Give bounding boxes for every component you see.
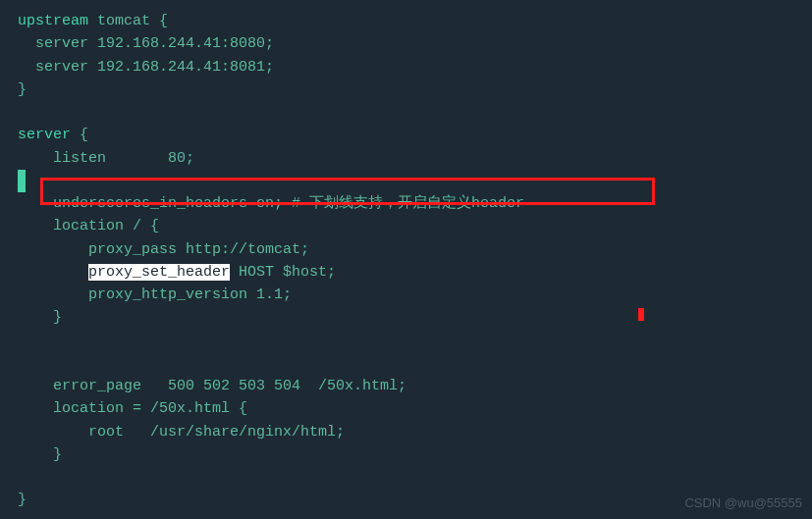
code-text: root /usr/share/nginx/html; [18, 424, 345, 441]
code-text: } [18, 446, 62, 463]
code-text: { [71, 127, 88, 143]
code-line[interactable]: server { [0, 124, 812, 146]
code-line[interactable]: underscores_in_headers on; # 下划线支持，开启自定义… [0, 192, 812, 215]
code-line[interactable]: } [0, 78, 812, 101]
cursor-block [18, 170, 26, 192]
code-line[interactable] [0, 170, 812, 192]
code-text: proxy_http_version 1.1; [18, 286, 292, 303]
code-text: server 192.168.244.41:8081; [18, 59, 274, 76]
comment-text: # 下划线支持，开启自定义header [283, 195, 524, 212]
code-line[interactable] [0, 330, 812, 352]
code-text: } [18, 81, 27, 98]
code-line[interactable]: listen 80; [0, 147, 812, 170]
code-text: } [18, 309, 62, 326]
code-line[interactable]: proxy_pass http://tomcat; [0, 238, 812, 261]
code-text: location / { [18, 218, 159, 234]
code-line[interactable]: location = /50x.html { [0, 397, 812, 420]
code-line[interactable]: server 192.168.244.41:8080; [0, 32, 812, 55]
keyword: upstream [18, 13, 88, 29]
code-line[interactable]: upstream tomcat { [0, 10, 812, 32]
code-text [18, 264, 88, 281]
code-text: listen 80; [18, 150, 194, 167]
code-line[interactable]: } [0, 443, 812, 466]
code-line[interactable]: proxy_set_header HOST $host; [0, 261, 812, 284]
code-line[interactable] [0, 466, 812, 489]
keyword: server [18, 127, 71, 143]
code-text: HOST $host; [230, 264, 336, 281]
code-text: proxy_pass http://tomcat; [18, 241, 309, 258]
code-text: location = /50x.html { [18, 400, 247, 417]
code-text: underscores_in_headers on; [18, 195, 283, 212]
code-line[interactable] [0, 352, 812, 375]
code-text: } [18, 492, 27, 508]
code-line[interactable] [0, 101, 812, 124]
code-text: tomcat { [88, 13, 168, 29]
watermark-text: CSDN @wu@55555 [684, 493, 802, 513]
code-line[interactable]: } [0, 306, 812, 329]
code-line[interactable]: server 192.168.244.41:8081; [0, 56, 812, 78]
code-editor[interactable]: upstream tomcat { server 192.168.244.41:… [0, 0, 812, 512]
code-line[interactable]: location / { [0, 215, 812, 237]
highlighted-text: proxy_set_header [88, 264, 230, 281]
code-line[interactable]: error_page 500 502 503 504 /50x.html; [0, 375, 812, 397]
code-text: server 192.168.244.41:8080; [18, 35, 274, 52]
code-line[interactable]: root /usr/share/nginx/html; [0, 421, 812, 443]
annotation-marker [638, 308, 644, 321]
code-text: error_page 500 502 503 504 /50x.html; [18, 378, 406, 394]
code-line[interactable]: proxy_http_version 1.1; [0, 284, 812, 306]
